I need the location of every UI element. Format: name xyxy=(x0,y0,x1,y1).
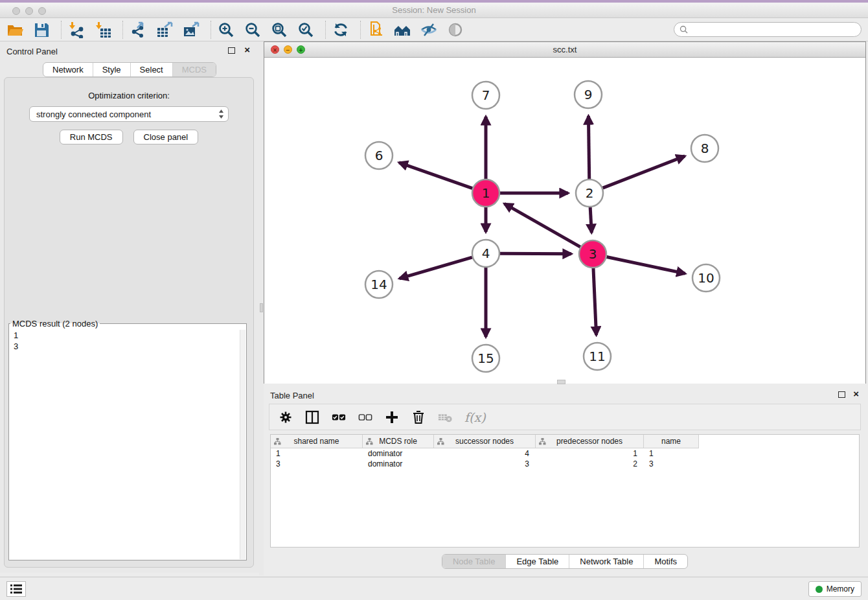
memory-label: Memory xyxy=(827,584,854,594)
edge-4-3[interactable] xyxy=(500,253,571,254)
node-9[interactable]: 9 xyxy=(575,81,602,108)
node-2[interactable]: 2 xyxy=(576,179,603,207)
control-panel-tabs: NetworkStyleSelectMCDS xyxy=(43,62,216,77)
tab-node-table[interactable]: Node Table xyxy=(442,555,507,568)
edge-3-1[interactable] xyxy=(505,203,580,247)
float-table-panel-icon[interactable] xyxy=(838,391,845,398)
criterion-dropdown[interactable]: strongly connected component xyxy=(29,106,229,122)
node-10[interactable]: 10 xyxy=(692,264,720,292)
deselect-all-icon[interactable] xyxy=(358,410,372,424)
mcds-result-text[interactable]: 13 xyxy=(10,330,239,559)
node-15[interactable]: 15 xyxy=(472,345,499,372)
add-icon[interactable] xyxy=(385,410,399,424)
horizontal-splitter-handle[interactable] xyxy=(557,380,565,384)
table-toolbar: f(x) xyxy=(269,404,861,430)
tab-select[interactable]: Select xyxy=(131,63,173,76)
table-panel-title: Table Panel xyxy=(270,391,314,400)
node-label: 8 xyxy=(701,141,709,156)
zoom-fit-icon[interactable] xyxy=(271,21,288,38)
result-line: 3 xyxy=(10,341,239,352)
node-table: shared nameMCDS rolesuccessor nodesprede… xyxy=(270,434,860,548)
import-table-icon[interactable] xyxy=(95,21,111,38)
close-table-panel-icon[interactable]: × xyxy=(853,389,859,399)
import-network-icon[interactable] xyxy=(68,21,85,38)
close-panel-icon[interactable]: × xyxy=(244,45,250,55)
node-6[interactable]: 6 xyxy=(365,142,393,169)
network-canvas[interactable]: 7968124314101511 xyxy=(264,58,865,384)
cell-name: 3 xyxy=(644,459,699,469)
search-input[interactable] xyxy=(688,23,861,36)
export-image-icon[interactable] xyxy=(183,21,200,38)
criterion-value: strongly connected component xyxy=(36,110,218,119)
column-tree-icon xyxy=(366,438,373,445)
export-network-icon[interactable] xyxy=(130,21,146,38)
title-bar: Session: New Session xyxy=(0,0,868,18)
node-1[interactable]: 1 xyxy=(472,179,499,207)
cell-name: 1 xyxy=(644,448,699,459)
tab-edge-table[interactable]: Edge Table xyxy=(506,555,569,568)
clone-network-icon[interactable] xyxy=(367,21,384,38)
edge-3-10[interactable] xyxy=(607,257,685,274)
search-box xyxy=(674,22,862,37)
splitter-handle[interactable] xyxy=(260,303,263,312)
zoom-out-icon[interactable] xyxy=(244,21,261,38)
column-header-name[interactable]: name xyxy=(644,435,699,448)
float-panel-icon[interactable] xyxy=(228,47,235,54)
network-view-title: scc.txt xyxy=(264,45,865,54)
refresh-view-icon[interactable] xyxy=(332,21,349,38)
tab-style[interactable]: Style xyxy=(93,63,131,76)
node-label: 9 xyxy=(584,87,593,102)
edge-2-9[interactable] xyxy=(588,116,589,179)
memory-status-dot xyxy=(816,586,823,593)
chevron-updown-icon xyxy=(218,109,224,119)
edge-2-3[interactable] xyxy=(590,207,591,233)
vertical-splitter[interactable] xyxy=(259,41,264,575)
zoom-selected-icon[interactable] xyxy=(297,21,314,38)
export-table-icon[interactable] xyxy=(156,21,173,38)
edge-1-6[interactable] xyxy=(399,163,472,189)
window-title: Session: New Session xyxy=(0,5,868,15)
node-7[interactable]: 7 xyxy=(472,82,499,109)
cell-mcds-role: dominator xyxy=(363,459,434,469)
close-panel-button[interactable]: Close panel xyxy=(133,130,199,144)
select-all-icon[interactable] xyxy=(332,410,346,424)
tab-network[interactable]: Network xyxy=(43,63,93,76)
node-11[interactable]: 11 xyxy=(584,343,611,370)
memory-button[interactable]: Memory xyxy=(808,581,862,597)
edge-3-11[interactable] xyxy=(593,268,597,335)
show-columns-icon[interactable] xyxy=(305,410,319,424)
show-hide-icon[interactable] xyxy=(420,21,437,38)
table-row[interactable]: 1dominator411 xyxy=(271,448,699,459)
mcds-result-box: MCDS result (2 nodes) 13 xyxy=(8,319,247,560)
search-icon xyxy=(680,25,688,34)
open-session-icon[interactable] xyxy=(6,21,23,38)
network-view-window: × − + scc.txt 7968124314101511 xyxy=(264,41,866,384)
column-header-shared-name[interactable]: shared name xyxy=(271,435,363,448)
table-row[interactable]: 3dominator323 xyxy=(271,459,699,469)
edge-2-8[interactable] xyxy=(603,156,685,188)
zoom-in-icon[interactable] xyxy=(218,21,234,38)
save-session-icon[interactable] xyxy=(33,21,50,38)
node-14[interactable]: 14 xyxy=(365,271,393,298)
column-header-successor-nodes[interactable]: successor nodes xyxy=(434,435,536,448)
column-header-predecessor-nodes[interactable]: predecessor nodes xyxy=(536,435,644,448)
mcds-result-title: MCDS result (2 nodes) xyxy=(10,319,100,329)
network-window-titlebar[interactable]: × − + scc.txt xyxy=(264,42,865,58)
table-settings-gear-icon[interactable] xyxy=(279,410,293,424)
first-neighbors-icon[interactable] xyxy=(394,21,411,38)
edge-4-14[interactable] xyxy=(400,257,472,279)
tab-motifs[interactable]: Motifs xyxy=(644,555,687,568)
column-header-mcds-role[interactable]: MCDS role xyxy=(363,435,434,448)
node-8[interactable]: 8 xyxy=(691,135,718,162)
node-3[interactable]: 3 xyxy=(579,240,606,268)
control-panel: Control Panel × NetworkStyleSelectMCDS O… xyxy=(0,41,259,573)
tab-network-table[interactable]: Network Table xyxy=(569,555,644,568)
task-history-button[interactable] xyxy=(6,581,26,597)
node-4[interactable]: 4 xyxy=(472,240,499,267)
delete-trash-icon[interactable] xyxy=(411,410,426,424)
result-scrollbar[interactable] xyxy=(240,330,246,559)
tab-mcds[interactable]: MCDS xyxy=(173,63,216,76)
table-panel: Table Panel × xyxy=(264,386,866,575)
run-mcds-button[interactable]: Run MCDS xyxy=(60,130,123,144)
cell-predecessor-nodes: 2 xyxy=(536,459,644,469)
